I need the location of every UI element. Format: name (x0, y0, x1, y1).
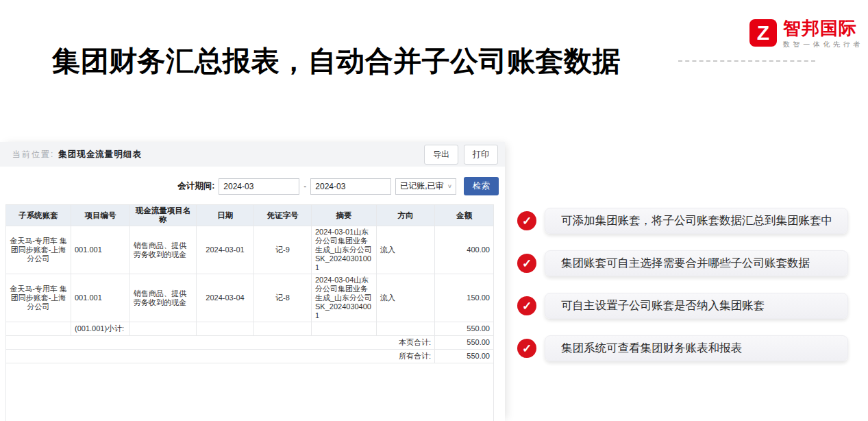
table-cell (197, 322, 254, 336)
check-icon: ✓ (517, 254, 536, 273)
grand-total-label: 所有合计: (6, 350, 435, 363)
list-item: ✓ 可自主设置子公司账套是否纳入集团账套 (517, 293, 848, 319)
filter-bar: 会计期间: - 已记账,已审 ∨ 检索 (0, 177, 505, 195)
brand-logo: Z 智邦国际 数智一体化先行者 (749, 19, 863, 49)
page-total-value: 550.00 (435, 336, 494, 350)
report-panel: 当前位置: 集团现金流量明细表 导出 打印 会计期间: - 已记账,已审 ∨ 检… (0, 142, 505, 421)
table-cell (312, 322, 377, 336)
print-button[interactable]: 打印 (464, 145, 498, 165)
dashed-divider (678, 60, 815, 62)
subtotal-label: (001.001)小计: (71, 322, 130, 336)
column-header: 方向 (377, 205, 435, 226)
table-cell: 001.001 (71, 226, 130, 274)
period-dash: - (303, 182, 306, 191)
subtotal-row: (001.001)小计: 550.00 (6, 322, 494, 336)
feature-card: 可自主设置子公司账套是否纳入集团账套 (545, 293, 848, 319)
brand-name: 智邦国际 (783, 19, 863, 38)
empty-filler-row (6, 363, 494, 421)
cash-flow-table-wrap: 子系统账套 项目编号 现金流量项目名称 日期 凭证字号 摘要 方向 金额 金天马… (5, 204, 499, 421)
list-item: ✓ 集团系统可查看集团财务账表和报表 (517, 335, 848, 361)
subtotal-value: 550.00 (435, 322, 494, 336)
column-header: 子系统账套 (6, 205, 71, 226)
check-icon: ✓ (517, 296, 536, 315)
table-cell: 2024-03-01 (197, 226, 254, 274)
table-cell (6, 322, 71, 336)
table-cell: 2024-03-04山东分公司集团业务生成_山东分公司SK_2024030400… (312, 274, 377, 322)
search-button[interactable]: 检索 (464, 177, 499, 195)
column-header: 凭证字号 (254, 205, 312, 226)
status-select[interactable]: 已记账,已审 ∨ (395, 178, 456, 195)
table-cell: 销售商品、提供劳务收到的现金 (130, 226, 197, 274)
column-header: 项目编号 (71, 205, 130, 226)
check-icon: ✓ (517, 339, 536, 358)
table-cell: 流入 (377, 226, 435, 274)
export-button[interactable]: 导出 (424, 145, 458, 165)
grand-total-value: 550.00 (435, 350, 494, 363)
table-row: 金天马-专用车 集团同步账套-上海分公司 001.001 销售商品、提供劳务收到… (6, 226, 494, 274)
period-from-input[interactable] (219, 178, 299, 195)
z-logo-icon: Z (749, 19, 777, 47)
check-icon: ✓ (517, 211, 536, 230)
column-header: 金额 (435, 205, 494, 226)
table-cell: 2024-03-04 (197, 274, 254, 322)
cash-flow-table: 子系统账套 项目编号 现金流量项目名称 日期 凭证字号 摘要 方向 金额 金天马… (5, 204, 494, 421)
table-cell: 记-9 (254, 226, 312, 274)
page-total-label: 本页合计: (6, 336, 435, 350)
breadcrumb-label: 当前位置: (12, 149, 54, 160)
table-cell: 金天马-专用车 集团同步账套-上海分公司 (6, 274, 71, 322)
table-cell (130, 322, 197, 336)
brand-tagline: 数智一体化先行者 (783, 40, 863, 49)
breadcrumb-bar: 当前位置: 集团现金流量明细表 导出 打印 (0, 142, 505, 167)
table-cell: 记-8 (254, 274, 312, 322)
empty-table-area (6, 363, 494, 421)
table-cell: 001.001 (71, 274, 130, 322)
column-header: 日期 (197, 205, 254, 226)
breadcrumb-value: 集团现金流量明细表 (58, 149, 142, 160)
table-row: 金天马-专用车 集团同步账套-上海分公司 001.001 销售商品、提供劳务收到… (6, 274, 494, 322)
feature-card: 集团系统可查看集团财务账表和报表 (545, 335, 848, 361)
list-item: ✓ 集团账套可自主选择需要合并哪些子公司账套数据 (517, 250, 848, 276)
page-total-row: 本页合计: 550.00 (6, 336, 494, 350)
chevron-down-icon: ∨ (447, 183, 452, 189)
table-header-row: 子系统账套 项目编号 现金流量项目名称 日期 凭证字号 摘要 方向 金额 (6, 205, 494, 226)
page-title: 集团财务汇总报表，自动合并子公司账套数据 (52, 43, 621, 80)
status-select-value: 已记账,已审 (400, 180, 443, 192)
feature-list: ✓ 可添加集团账套，将子公司账套数据汇总到集团账套中 ✓ 集团账套可自主选择需要… (517, 208, 848, 378)
column-header: 现金流量项目名称 (130, 205, 197, 226)
grand-total-row: 所有合计: 550.00 (6, 350, 494, 363)
table-cell: 流入 (377, 274, 435, 322)
table-cell: 2024-03-01山东分公司集团业务生成_山东分公司SK_2024030100… (312, 226, 377, 274)
period-to-input[interactable] (310, 178, 391, 195)
table-cell (377, 322, 435, 336)
period-label: 会计期间: (177, 180, 214, 192)
list-item: ✓ 可添加集团账套，将子公司账套数据汇总到集团账套中 (517, 208, 848, 234)
column-header: 摘要 (312, 205, 377, 226)
table-cell (254, 322, 312, 336)
table-cell: 金天马-专用车 集团同步账套-上海分公司 (6, 226, 71, 274)
feature-card: 可添加集团账套，将子公司账套数据汇总到集团账套中 (545, 208, 848, 234)
feature-card: 集团账套可自主选择需要合并哪些子公司账套数据 (545, 250, 848, 276)
table-cell: 400.00 (435, 226, 494, 274)
table-cell: 150.00 (435, 274, 494, 322)
table-cell: 销售商品、提供劳务收到的现金 (130, 274, 197, 322)
